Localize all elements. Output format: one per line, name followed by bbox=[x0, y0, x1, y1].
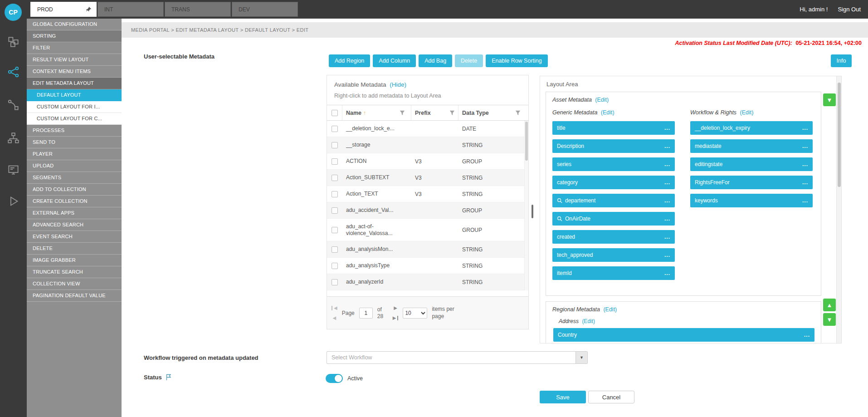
metadata-chip-departement[interactable]: departement ... bbox=[552, 194, 675, 207]
chevron-down-icon[interactable]: ▼ bbox=[575, 352, 587, 363]
sign-out-link[interactable]: Sign Out bbox=[838, 6, 861, 13]
metadata-chip-title[interactable]: title ... bbox=[552, 121, 675, 135]
workflow-rights-edit-link[interactable]: (Edit) bbox=[740, 109, 754, 116]
metadata-chip-deletion-lock-expiry[interactable]: __deletion_lock_expiry ... bbox=[690, 121, 813, 135]
filter-funnel-icon[interactable] bbox=[449, 110, 455, 116]
chip-menu-icon[interactable]: ... bbox=[664, 200, 670, 202]
sidebar-item-event-search[interactable]: EVENT SEARCH bbox=[27, 231, 122, 243]
chip-menu-icon[interactable]: ... bbox=[804, 334, 810, 336]
table-scrollbar[interactable] bbox=[524, 121, 528, 290]
sidebar-item-processes[interactable]: PROCESSES bbox=[27, 125, 122, 137]
sidebar-item-collection-view[interactable]: COLLECTION VIEW bbox=[27, 278, 122, 290]
table-row[interactable]: __storage STRING bbox=[327, 137, 528, 153]
sidebar-item-add-to-collection[interactable]: ADD TO COLLECTION bbox=[27, 184, 122, 196]
sidebar-item-truncate-search[interactable]: TRUNCATE SEARCH bbox=[27, 266, 122, 278]
asset-metadata-edit-link[interactable]: (Edit) bbox=[595, 97, 609, 103]
row-checkbox[interactable] bbox=[332, 191, 338, 197]
metadata-chip-itemid[interactable]: itemId ... bbox=[552, 266, 675, 280]
metadata-chip-mediastate[interactable]: mediastate ... bbox=[690, 139, 813, 153]
chip-menu-icon[interactable]: ... bbox=[664, 182, 670, 184]
sidebar-item-filter[interactable]: FILTER bbox=[27, 42, 122, 54]
previous-page-button[interactable]: ◀ bbox=[333, 316, 336, 320]
sidebar-item-advanced-search[interactable]: ADVANCED SEARCH bbox=[27, 219, 122, 231]
metadata-chip-keywords[interactable]: keywords ... bbox=[690, 194, 813, 207]
metadata-chip-created[interactable]: created ... bbox=[552, 230, 675, 244]
row-checkbox[interactable] bbox=[332, 142, 338, 148]
table-row[interactable]: adu_analysisMon... STRING bbox=[327, 241, 528, 258]
delete-button[interactable]: Delete bbox=[455, 54, 483, 67]
chip-menu-icon[interactable]: ... bbox=[664, 163, 670, 166]
row-checkbox[interactable] bbox=[332, 175, 338, 181]
sidebar-item-edit-metadata-layout[interactable]: EDIT METADATA LAYOUT bbox=[27, 78, 122, 89]
move-region-down-button-2[interactable]: ▼ bbox=[823, 313, 836, 326]
panel-splitter-handle[interactable] bbox=[532, 205, 533, 218]
enable-row-sorting-button[interactable]: Enable Row Sorting bbox=[486, 54, 547, 67]
scrollbar-thumb[interactable] bbox=[525, 122, 528, 161]
add-region-button[interactable]: Add Region bbox=[329, 54, 370, 67]
regional-metadata-edit-link[interactable]: (Edit) bbox=[603, 306, 617, 313]
column-header-prefix[interactable]: Prefix bbox=[415, 110, 431, 116]
table-row[interactable]: __deletion_lock_e... DATE bbox=[327, 121, 528, 137]
chip-menu-icon[interactable]: ... bbox=[664, 218, 670, 220]
sidebar-item-sorting[interactable]: SORTING bbox=[27, 30, 122, 42]
metadata-chip-editingstate[interactable]: editingstate ... bbox=[690, 157, 813, 171]
metadata-chip-onairdate[interactable]: OnAirDate ... bbox=[552, 212, 675, 226]
filter-funnel-icon[interactable] bbox=[515, 110, 521, 116]
row-checkbox[interactable] bbox=[332, 227, 338, 233]
save-button[interactable]: Save bbox=[540, 391, 586, 403]
sidebar-item-player[interactable]: PLAYER bbox=[27, 148, 122, 160]
chip-menu-icon[interactable]: ... bbox=[802, 127, 808, 129]
page-number-input[interactable] bbox=[359, 308, 373, 319]
cancel-button[interactable]: Cancel bbox=[588, 391, 634, 403]
row-checkbox[interactable] bbox=[332, 126, 338, 132]
workflow-icon[interactable] bbox=[7, 66, 20, 78]
move-region-up-button[interactable]: ▲ bbox=[823, 299, 836, 311]
hierarchy-icon[interactable] bbox=[7, 132, 20, 144]
table-row[interactable]: adu_accident_Val... GROUP bbox=[327, 202, 528, 219]
table-row[interactable]: adu_act-of-violence_Valossa... GROUP bbox=[327, 219, 528, 241]
sidebar-item-send-to[interactable]: SEND TO bbox=[27, 137, 122, 148]
table-row[interactable]: Action_TEXT V3 STRING bbox=[327, 186, 528, 202]
row-checkbox[interactable] bbox=[332, 207, 338, 214]
chip-menu-icon[interactable]: ... bbox=[802, 200, 808, 202]
next-page-button[interactable]: ▶ bbox=[394, 306, 397, 310]
sidebar-item-create-collection[interactable]: CREATE COLLECTION bbox=[27, 196, 122, 207]
select-all-checkbox[interactable] bbox=[332, 110, 338, 116]
add-bag-button[interactable]: Add Bag bbox=[419, 54, 452, 67]
first-page-button[interactable]: ◀ bbox=[332, 306, 337, 310]
address-edit-link[interactable]: (Edit) bbox=[582, 318, 595, 324]
tab-dev[interactable]: DEV bbox=[232, 2, 298, 17]
table-row[interactable]: adu_analyzerId STRING bbox=[327, 274, 528, 290]
tab-int[interactable]: INT bbox=[98, 2, 164, 17]
status-toggle[interactable] bbox=[326, 374, 343, 383]
move-region-down-button[interactable]: ▼ bbox=[823, 93, 836, 106]
assets-icon[interactable] bbox=[7, 36, 20, 48]
chip-menu-icon[interactable]: ... bbox=[664, 254, 670, 256]
chip-menu-icon[interactable]: ... bbox=[664, 145, 670, 147]
metadata-chip-tech-approved[interactable]: tech_approved ... bbox=[552, 248, 675, 262]
sidebar-item-delete[interactable]: DELETE bbox=[27, 243, 122, 255]
column-header-data-type[interactable]: Data Type bbox=[462, 110, 489, 116]
sidebar-item-default-layout[interactable]: DEFAULT LAYOUT bbox=[27, 89, 122, 101]
country-chip[interactable]: Country ... bbox=[553, 328, 814, 342]
sidebar-item-global-configuration[interactable]: GLOBAL CONFIGURATION bbox=[27, 19, 122, 30]
row-checkbox[interactable] bbox=[332, 158, 338, 165]
chip-menu-icon[interactable]: ... bbox=[664, 272, 670, 275]
hide-link[interactable]: (Hide) bbox=[390, 81, 406, 88]
row-checkbox[interactable] bbox=[332, 279, 338, 285]
sidebar-item-segments[interactable]: SEGMENTS bbox=[27, 172, 122, 184]
scrollbar-thumb[interactable] bbox=[838, 83, 841, 187]
page-size-select[interactable]: 10 bbox=[403, 308, 427, 319]
filter-funnel-icon[interactable] bbox=[400, 110, 405, 116]
workflow-select[interactable]: Select Workflow ▼ bbox=[327, 351, 588, 364]
chip-menu-icon[interactable]: ... bbox=[802, 145, 808, 147]
row-checkbox[interactable] bbox=[332, 263, 338, 269]
tab-prod[interactable]: PROD bbox=[30, 2, 97, 17]
sidebar-item-custom-layout-for-i[interactable]: CUSTOM LAYOUT FOR I... bbox=[27, 101, 122, 113]
metadata-chip-description[interactable]: Description ... bbox=[552, 139, 675, 153]
table-row[interactable]: adu_analysisType STRING bbox=[327, 258, 528, 274]
column-header-name[interactable]: Name bbox=[346, 110, 361, 116]
generic-metadata-edit-link[interactable]: (Edit) bbox=[601, 109, 614, 116]
chip-menu-icon[interactable]: ... bbox=[664, 236, 670, 238]
chip-menu-icon[interactable]: ... bbox=[802, 163, 808, 166]
